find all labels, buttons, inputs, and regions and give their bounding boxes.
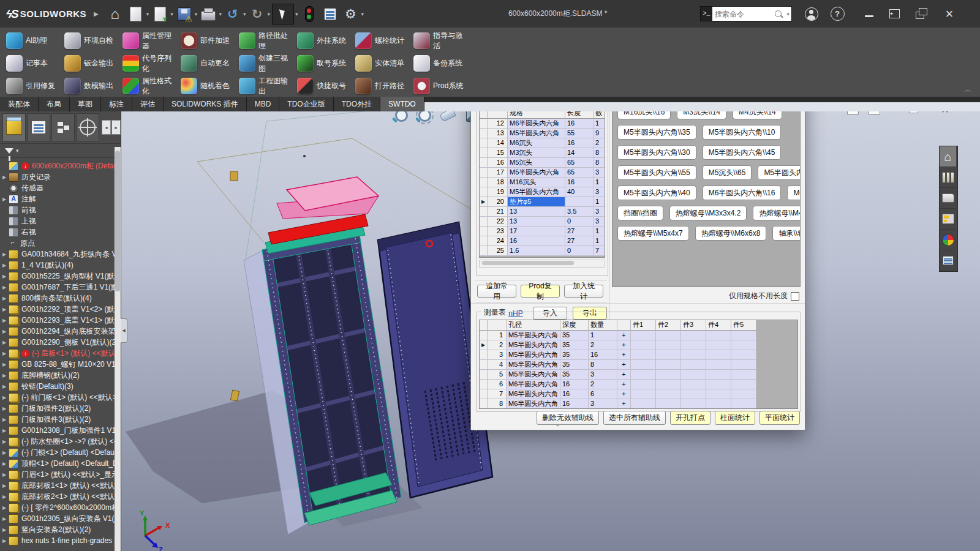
tree-item[interactable]: ▶G001h5225_纵向型材 V1(默认)(: [0, 271, 115, 282]
search-dropdown-icon[interactable]: ▾: [786, 11, 790, 17]
help-button[interactable]: ?: [827, 0, 848, 28]
expand-arrow-icon[interactable]: ▶: [0, 318, 9, 323]
tree-item[interactable]: 前视: [0, 204, 115, 216]
doc-restore-icon[interactable]: [909, 111, 918, 113]
tree-item[interactable]: ▶门板加强件2(默认)(2): [0, 403, 115, 414]
tree-item[interactable]: 上视: [0, 216, 115, 227]
tree-item[interactable]: ▶GB 825-88_螺钉 M10×20 V1(默: [0, 359, 115, 370]
expand-arrow-icon[interactable]: ▶: [0, 417, 9, 422]
tree-item[interactable]: ▶A注解: [0, 193, 115, 204]
splitter-left-icon[interactable]: ◂: [102, 120, 111, 135]
spec-quick-button[interactable]: M5半圆头内六角\\30: [617, 145, 696, 160]
expand-arrow-icon[interactable]: ▶: [0, 296, 9, 301]
ribbon-button-auto-rename[interactable]: 自动更名: [178, 53, 236, 74]
spec-quick-button[interactable]: M4沉头\\14: [733, 111, 782, 119]
pane-left-icon[interactable]: [847, 111, 859, 114]
length-checkbox[interactable]: [791, 292, 799, 301]
spec-quick-button[interactable]: M5半圆头内六角\\40: [617, 186, 696, 200]
expand-arrow-icon[interactable]: ▶: [0, 340, 9, 345]
spec-quick-button[interactable]: M5沉头\\65: [703, 165, 752, 180]
ribbon-button-model-export[interactable]: 数模输出: [62, 75, 120, 97]
ribbon-button-notebook[interactable]: 记事本: [4, 53, 62, 74]
stats-table-row[interactable]: 221303: [480, 217, 605, 227]
stats-table-row[interactable]: 251.607: [480, 246, 605, 256]
ribbon-button-quick-number[interactable]: 快捷取号: [295, 75, 353, 97]
new-document-dropdown-icon[interactable]: ▾: [146, 11, 149, 17]
bottom-button-柱面统计[interactable]: 柱面统计: [715, 411, 755, 425]
ribbon-button-prod-system[interactable]: Prod系统: [411, 75, 469, 97]
expand-arrow-icon[interactable]: ▶: [0, 450, 9, 455]
expand-arrow-icon[interactable]: ▶: [0, 362, 9, 367]
ribbon-button-env-check[interactable]: 环境自检: [62, 30, 120, 51]
zoom-area-icon[interactable]: [415, 111, 434, 124]
user-account-button[interactable]: [801, 0, 822, 28]
cascade-button[interactable]: [911, 0, 932, 28]
measure-table[interactable]: 孔径深度数量件1件2件3件4件51M5半圆头内六角351+▶2M5半圆头内六角3…: [479, 320, 798, 409]
tab-SWTDO[interactable]: SWTDO: [380, 97, 424, 111]
save-dropdown-icon[interactable]: ▾: [195, 11, 198, 17]
stats-table-row[interactable]: 2416271: [480, 236, 605, 246]
save-button[interactable]: ⚠: [175, 4, 194, 24]
expand-arrow-icon[interactable]: ▶: [0, 472, 9, 478]
ribbon-button-part-accelerate[interactable]: 部件加速: [178, 30, 236, 51]
tab-评估[interactable]: 评估: [132, 97, 164, 111]
taskpane-3d-content-button[interactable]: [940, 230, 956, 250]
measure-table-row[interactable]: 7M6半圆头内六角166+: [480, 389, 797, 399]
taskpane-home-button[interactable]: ⌂: [940, 146, 956, 167]
traffic-light-button[interactable]: [300, 4, 318, 24]
ribbon-button-three-view[interactable]: 创建三视图: [236, 53, 295, 74]
tree-item[interactable]: ▶G001h2290_侧板 V1(默认)(2): [0, 337, 115, 348]
tree-item[interactable]: ↓600x600x2000m柜 (Default) <: [0, 160, 115, 171]
ribbon-button-open-path[interactable]: 打开路径: [353, 75, 411, 97]
tree-item[interactable]: ▶底部封板1<1> (默认) <<默认>_: [0, 480, 115, 491]
tree-item[interactable]: ▶底部封板2<1> (默认) <<默认>_: [0, 491, 115, 502]
spec-quick-button[interactable]: 热熔螺母\\M5x4x7: [617, 226, 689, 241]
tree-item[interactable]: ▶↓(-) 后板<1> (默认) <<默认: [0, 348, 115, 359]
tab-property-manager[interactable]: [27, 113, 50, 141]
ribbon-button-property-manager[interactable]: 属性管理器: [120, 30, 178, 51]
tree-scrollbar[interactable]: [115, 147, 121, 551]
expand-arrow-icon[interactable]: ▶: [0, 527, 9, 533]
tab-feature-manager[interactable]: [2, 113, 26, 141]
stats-table-row[interactable]: 15M3沉头148: [480, 148, 605, 158]
filter-dropdown-icon[interactable]: ▾: [16, 148, 19, 154]
ribbon-button-numbering-system[interactable]: 取号系统: [295, 53, 353, 74]
bottom-button-删除无效辅助线[interactable]: 删除无效辅助线: [537, 411, 599, 425]
expand-arrow-icon[interactable]: ▶: [0, 395, 9, 400]
tree-item[interactable]: ▶1_4 V1(默认)(4): [0, 260, 115, 271]
spec-quick-button[interactable]: M5半圆头内六角\\55: [617, 165, 696, 180]
doc-close-icon[interactable]: ×: [941, 111, 949, 117]
expand-arrow-icon[interactable]: ▶: [0, 406, 9, 411]
stats-button-Prod复制[interactable]: Prod复制: [521, 285, 560, 298]
expand-arrow-icon[interactable]: ▶: [0, 538, 9, 544]
ribbon-button-code-serialize[interactable]: 代号序列化: [120, 53, 178, 74]
spec-quick-button[interactable]: 热熔螺母\\M6x6x8: [695, 226, 767, 241]
tree-item[interactable]: ▶铰链(Default)(3): [0, 381, 115, 392]
tree-item[interactable]: ▶G001h2293_底盖 V1<1> (默认): [0, 315, 115, 326]
stats-hscrollbar-thumb[interactable]: [482, 261, 574, 265]
spec-quick-button[interactable]: 轴承\\轴承: [772, 226, 801, 241]
spec-quick-button[interactable]: M6半圆头内六角\\16: [703, 186, 782, 200]
tree-item[interactable]: ▶(-) 门锁<1> (Default) <Default: [0, 447, 115, 458]
close-button[interactable]: ×: [937, 0, 962, 28]
stats-hscrollbar[interactable]: [479, 260, 605, 268]
expand-arrow-icon[interactable]: ▶: [0, 505, 9, 511]
spec-quick-button[interactable]: M6沉头\\16: [787, 186, 801, 200]
tree-item[interactable]: ▶GA001h34684_九折纵向条 V1(默: [0, 249, 115, 260]
expand-arrow-icon[interactable]: ▶: [0, 483, 9, 489]
redo-dropdown-icon[interactable]: ▾: [267, 11, 270, 17]
open-dropdown-icon[interactable]: ▾: [170, 11, 173, 17]
tree-item[interactable]: ▶顶帽<1> (Default) <Default_Di: [0, 458, 115, 469]
tree-item[interactable]: ▶门眉<1> (默认) <<默认>_显示: [0, 469, 115, 480]
stats-table-row[interactable]: 12M6半圆头内六角161: [480, 119, 605, 129]
ribbon-button-random-color[interactable]: 随机着色: [178, 75, 236, 97]
spec-quick-button[interactable]: M5半圆头内六角\\35: [617, 125, 696, 140]
stats-button-追加常用[interactable]: 追加常用: [477, 285, 516, 298]
tree-filter-row[interactable]: ▾: [0, 144, 121, 158]
print-dropdown-icon[interactable]: ▾: [219, 11, 222, 17]
tree-item[interactable]: ▶hex nuts 1-fine pitch-grades a: [0, 535, 115, 546]
tree-item[interactable]: ▶G001h2305_纵向安装条 V1(默认: [0, 513, 115, 524]
ribbon-button-plugin-system[interactable]: 外挂系统: [295, 30, 353, 51]
options-gear-button[interactable]: ⚙: [342, 4, 360, 24]
expand-arrow-icon[interactable]: ▶: [0, 384, 9, 389]
